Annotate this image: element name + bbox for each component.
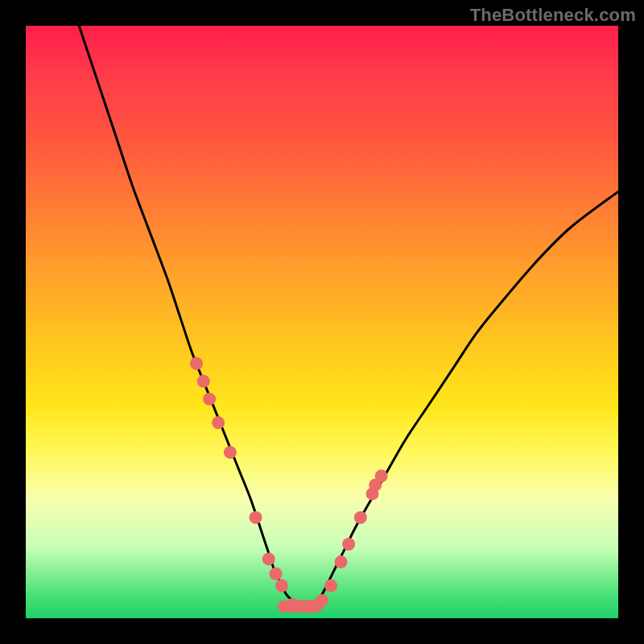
scatter-point [342, 538, 355, 551]
watermark-text: TheBottleneck.com [470, 5, 636, 26]
scatter-point [250, 511, 262, 524]
curve-layer [79, 26, 618, 607]
plot-area [26, 26, 618, 618]
scatter-point [203, 393, 216, 406]
scatter-point [262, 552, 275, 565]
scatter-point [212, 416, 225, 429]
scatter-point [354, 511, 367, 524]
chart-frame: TheBottleneck.com [0, 0, 644, 644]
chart-svg [26, 26, 618, 618]
scatter-point [316, 594, 328, 607]
scatter-point [335, 555, 348, 568]
bottleneck-curve [79, 26, 618, 607]
scatter-point [190, 357, 203, 370]
scatter-point [375, 469, 388, 482]
scatter-point [270, 568, 283, 580]
scatter-layer [190, 357, 388, 613]
scatter-point [197, 375, 210, 388]
scatter-point [324, 580, 337, 592]
scatter-point [275, 580, 288, 592]
scatter-point [224, 446, 237, 459]
